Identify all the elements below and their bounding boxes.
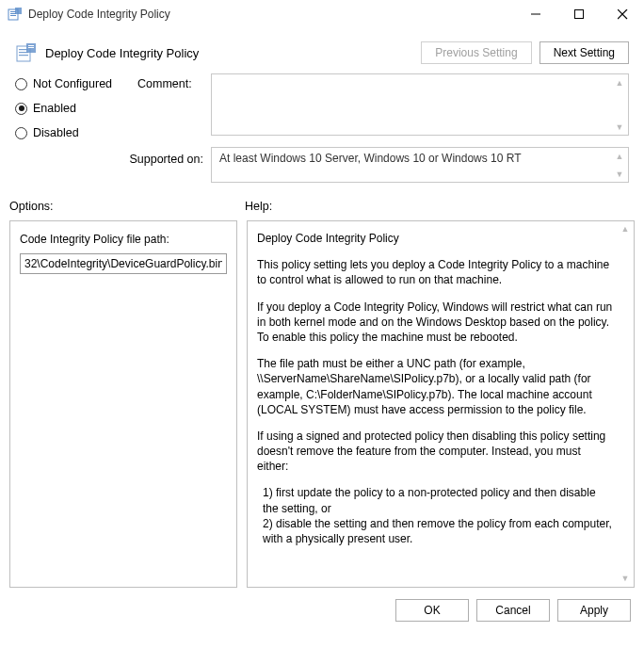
filepath-input[interactable] [20, 253, 227, 274]
svg-rect-15 [28, 47, 34, 48]
policy-icon [15, 41, 38, 64]
maximize-button[interactable] [557, 0, 601, 28]
cancel-button[interactable]: Cancel [476, 599, 550, 622]
radio-disabled[interactable]: Disabled [15, 126, 137, 139]
app-icon [8, 7, 23, 22]
supported-section: Supported on: At least Windows 10 Server… [0, 147, 644, 192]
supported-label: Supported on: [15, 147, 211, 166]
options-heading: Options: [9, 200, 245, 213]
help-title: Deploy Code Integrity Policy [257, 231, 613, 246]
scroll-down-icon: ▼ [617, 571, 634, 587]
help-text: The file path must be either a UNC path … [257, 356, 613, 417]
help-step: 1) first update the policy to a non-prot… [257, 485, 613, 515]
scroll-down-icon: ▼ [611, 166, 628, 182]
window-controls [514, 0, 644, 28]
radio-label: Not Configured [33, 77, 112, 90]
help-step: 2) disable the setting and then remove t… [257, 516, 613, 546]
page-title: Deploy Code Integrity Policy [45, 46, 421, 60]
help-text: If you deploy a Code Integrity Policy, W… [257, 300, 613, 346]
comment-input[interactable]: ▲ ▼ [211, 73, 629, 136]
svg-rect-3 [10, 15, 16, 16]
scroll-up-icon: ▲ [611, 148, 628, 164]
scroll-up-icon: ▲ [611, 74, 628, 90]
options-panel: Code Integrity Policy file path: [9, 220, 237, 588]
comment-label: Comment: [137, 73, 211, 139]
svg-rect-12 [19, 55, 28, 56]
svg-rect-4 [15, 8, 22, 14]
radio-not-configured[interactable]: Not Configured [15, 77, 137, 90]
next-setting-button[interactable]: Next Setting [539, 41, 629, 64]
svg-rect-14 [28, 45, 34, 46]
radio-icon [15, 127, 27, 139]
radio-icon [15, 78, 27, 90]
radio-label: Disabled [33, 126, 79, 139]
header: Deploy Code Integrity Policy Previous Se… [0, 28, 644, 73]
close-button[interactable] [601, 0, 644, 28]
help-heading: Help: [245, 200, 272, 213]
scrollbar[interactable]: ▲ ▼ [617, 221, 634, 587]
svg-rect-6 [575, 10, 584, 19]
minimize-button[interactable] [514, 0, 557, 28]
filepath-label: Code Integrity Policy file path: [20, 233, 227, 246]
supported-value-box: At least Windows 10 Server, Windows 10 o… [211, 147, 629, 183]
window-title: Deploy Code Integrity Policy [28, 8, 514, 21]
title-bar: Deploy Code Integrity Policy [0, 0, 644, 28]
scrollbar[interactable]: ▲ ▼ [611, 74, 628, 135]
ok-button[interactable]: OK [395, 599, 469, 622]
help-panel: Deploy Code Integrity Policy This policy… [247, 220, 635, 588]
apply-button[interactable]: Apply [557, 599, 631, 622]
state-section: Not Configured Enabled Disabled Comment:… [0, 73, 644, 147]
radio-enabled[interactable]: Enabled [15, 102, 137, 115]
scroll-down-icon: ▼ [611, 119, 628, 135]
footer: OK Cancel Apply [0, 588, 644, 633]
scroll-up-icon: ▲ [617, 221, 634, 237]
radio-icon [15, 103, 27, 115]
radio-label: Enabled [33, 102, 76, 115]
supported-value: At least Windows 10 Server, Windows 10 o… [219, 152, 522, 165]
previous-setting-button: Previous Setting [421, 41, 531, 64]
help-text: This policy setting lets you deploy a Co… [257, 257, 613, 287]
scrollbar[interactable]: ▲ ▼ [611, 148, 628, 182]
help-text: If using a signed and protected policy t… [257, 429, 613, 475]
